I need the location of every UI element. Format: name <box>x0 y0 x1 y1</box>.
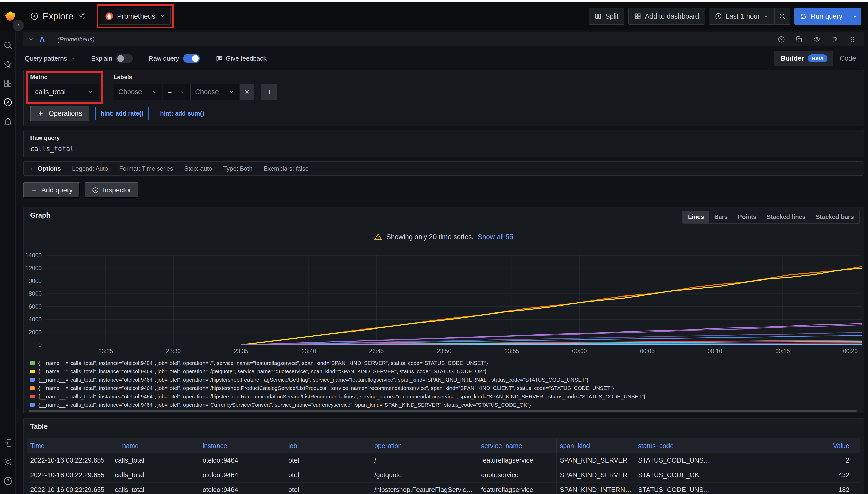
svg-text:00:05: 00:05 <box>640 348 654 354</box>
help-circle-icon[interactable] <box>778 36 785 43</box>
editor-mode-toggle: Builder Beta Code <box>774 51 863 66</box>
query-options-row: Options Legend: AutoFormat: Time seriesS… <box>23 162 864 176</box>
svg-text:00:20: 00:20 <box>843 348 858 354</box>
clock-icon <box>715 13 722 20</box>
table-cell: 2022-10-16 00:22:29.655 <box>27 482 112 494</box>
table-cell: quoteservice <box>478 468 557 482</box>
svg-text:00:15: 00:15 <box>775 348 790 354</box>
table-cell: 182 <box>714 482 860 494</box>
option-summary-item: Legend: Auto <box>72 165 108 172</box>
code-mode-tab[interactable]: Code <box>833 51 862 66</box>
beta-badge: Beta <box>808 54 828 62</box>
chevron-right-icon <box>16 23 21 28</box>
add-label-filter-button[interactable] <box>261 84 277 100</box>
time-range-picker[interactable]: Last 1 hour <box>709 8 775 25</box>
zoom-out-time-button[interactable] <box>775 8 790 25</box>
remove-label-filter-button[interactable] <box>240 84 254 100</box>
duplicate-query-icon[interactable] <box>795 36 803 43</box>
star-icon <box>3 59 13 69</box>
label-key-select[interactable]: Choose <box>113 84 162 100</box>
svg-text:23:45: 23:45 <box>369 348 384 354</box>
builder-mode-tab[interactable]: Builder Beta <box>775 51 834 66</box>
collapse-query-icon[interactable] <box>28 36 34 43</box>
sidebar-expand-button[interactable] <box>13 20 24 31</box>
table-row[interactable]: 2022-10-16 00:22:29.655calls_totalotelco… <box>27 482 860 494</box>
table-cell: featureflagservice <box>478 453 557 468</box>
graph-style-tab-bars[interactable]: Bars <box>709 211 733 223</box>
table-row[interactable]: 2022-10-16 00:22:29.655calls_totalotelco… <box>27 453 860 468</box>
legend-item[interactable]: {__name__="calls_total", instance="otelc… <box>30 384 861 392</box>
add-to-dashboard-button[interactable]: Add to dashboard <box>628 8 705 25</box>
graph-style-tab-lines[interactable]: Lines <box>683 211 709 223</box>
table-column-header-span-kind[interactable]: span_kind <box>557 438 635 453</box>
datasource-picker[interactable]: Prometheus <box>100 8 171 25</box>
table-column-header-instance[interactable]: instance <box>199 438 285 453</box>
series-limit-warning: Showing only 20 time series. Show all 55 <box>24 233 864 241</box>
sidebar-item-dashboards[interactable] <box>0 74 16 93</box>
legend-swatch <box>30 386 35 390</box>
options-expand-button[interactable]: Options <box>29 165 61 172</box>
label-value-select[interactable]: Choose <box>190 84 239 100</box>
sidebar-item-search[interactable] <box>0 36 16 55</box>
drag-handle-icon[interactable] <box>849 36 856 43</box>
query-patterns-dropdown[interactable]: Query patterns <box>25 55 75 62</box>
inspector-button[interactable]: Inspector <box>85 182 138 198</box>
legend-label: {__name__="calls_total", instance="otelc… <box>38 385 614 391</box>
show-all-series-link[interactable]: Show all 55 <box>478 233 513 241</box>
label-operator-select[interactable]: = <box>163 84 190 100</box>
sidebar-item-alerting[interactable] <box>0 112 16 131</box>
table-column-header-value[interactable]: Value <box>714 438 860 453</box>
time-series-chart[interactable]: 0200040006000800010000120001400023:2523:… <box>25 246 863 355</box>
legend-item[interactable]: {__name__="calls_total", instance="otelc… <box>30 367 861 376</box>
graph-style-tab-stacked-bars[interactable]: Stacked bars <box>811 211 859 223</box>
graph-style-tab-points[interactable]: Points <box>733 211 761 223</box>
table-cell: / <box>371 453 478 468</box>
sync-icon <box>800 13 807 20</box>
legend-item[interactable]: {__name__="calls_total", instance="otelc… <box>30 376 861 384</box>
table-header-row: Time__name__instancejoboperationservice_… <box>27 438 860 453</box>
delete-query-trash-icon[interactable] <box>831 36 838 43</box>
table-column-header-status-code[interactable]: status_code <box>635 438 714 453</box>
query-row-header[interactable]: A (Prometheus) <box>23 33 864 46</box>
graph-style-tab-stacked-lines[interactable]: Stacked lines <box>761 211 811 223</box>
query-ref-id[interactable]: A <box>40 35 45 43</box>
share-icon[interactable] <box>78 12 86 20</box>
table-column-header-time[interactable]: Time <box>27 438 112 453</box>
sidebar-item-help[interactable] <box>0 471 16 491</box>
table-column-header-service-name[interactable]: service_name <box>478 438 557 453</box>
raw-query-toggle[interactable] <box>183 54 200 63</box>
table-column-header-job[interactable]: job <box>285 438 371 453</box>
legend-label: {__name__="calls_total", instance="otelc… <box>38 402 531 408</box>
table-cell: calls_total <box>112 482 199 494</box>
add-operations-button[interactable]: Operations <box>30 106 89 121</box>
warning-text: Showing only 20 time series. <box>386 233 474 241</box>
run-query-button[interactable]: Run query <box>794 8 862 25</box>
give-feedback-link[interactable]: Give feedback <box>216 55 267 62</box>
add-query-button[interactable]: Add query <box>23 182 80 198</box>
sidebar-item-sign-in[interactable] <box>0 433 16 452</box>
table-column-header--name-[interactable]: __name__ <box>112 438 199 453</box>
table-cell: 2 <box>714 453 860 468</box>
split-button[interactable]: Split <box>589 8 625 25</box>
svg-text:00:10: 00:10 <box>708 348 722 354</box>
table-row[interactable]: 2022-10-16 00:22:29.655calls_totalotelco… <box>27 468 860 482</box>
legend-item[interactable]: {__name__="calls_total", instance="otelc… <box>30 401 861 409</box>
legend-item[interactable]: {__name__="calls_total", instance="otelc… <box>30 392 861 401</box>
labels-label: Labels <box>113 74 277 81</box>
legend-scrollbar[interactable] <box>29 410 856 412</box>
metric-label: Metric <box>30 74 98 81</box>
sidebar-item-explore[interactable] <box>0 93 16 112</box>
legend-item[interactable]: {__name__="calls_total", instance="otelc… <box>30 359 861 367</box>
table-column-header-operation[interactable]: operation <box>371 438 478 453</box>
table-cell: /getquote <box>371 468 478 482</box>
hide-query-eye-icon[interactable] <box>813 36 821 43</box>
sidebar-item-starred[interactable] <box>0 55 16 74</box>
sign-in-icon <box>3 438 13 448</box>
run-query-dropdown[interactable] <box>848 8 862 25</box>
option-summary-item: Step: auto <box>184 165 212 172</box>
hint-button[interactable]: hint: add sum() <box>155 107 210 120</box>
metric-select[interactable]: calls_total <box>30 84 98 100</box>
explain-toggle[interactable] <box>116 54 133 63</box>
hint-button[interactable]: hint: add rate() <box>95 107 149 120</box>
sidebar-item-configuration[interactable] <box>0 452 16 471</box>
